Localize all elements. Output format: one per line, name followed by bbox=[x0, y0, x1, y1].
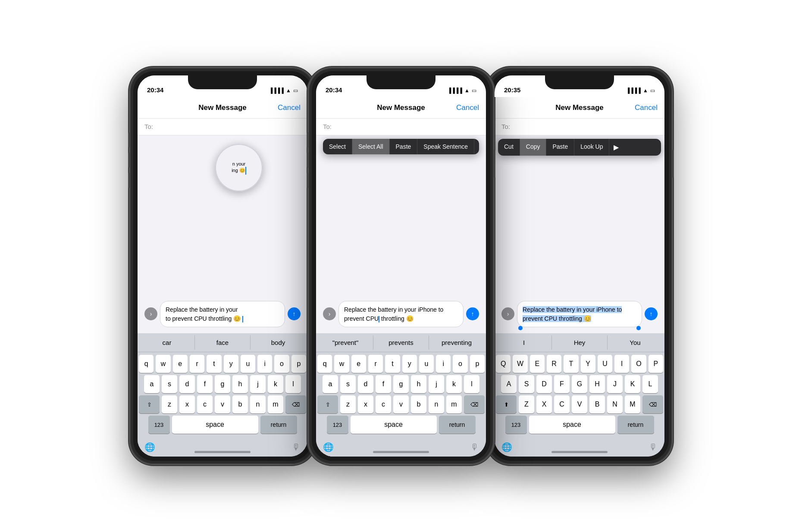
context-select-2[interactable]: Select bbox=[323, 139, 352, 154]
key-T-3[interactable]: T bbox=[564, 355, 578, 373]
key-g-2[interactable]: g bbox=[393, 375, 409, 393]
suggestion-1-1[interactable]: car bbox=[139, 335, 194, 350]
key-m-1[interactable]: m bbox=[268, 395, 283, 413]
key-f-1[interactable]: f bbox=[197, 375, 213, 393]
mic-icon-1[interactable]: 🎙 bbox=[292, 442, 301, 452]
expand-button-3[interactable]: › bbox=[501, 307, 514, 320]
key-I-3[interactable]: I bbox=[614, 355, 629, 373]
suggestion-3-1[interactable]: I bbox=[496, 335, 551, 350]
key-G-3[interactable]: G bbox=[572, 375, 587, 393]
message-area-1[interactable]: n youring 😊 › Replace the battery in you… bbox=[138, 135, 307, 333]
mic-icon-2[interactable]: 🎙 bbox=[470, 442, 479, 452]
key-h-2[interactable]: h bbox=[411, 375, 426, 393]
globe-icon-2[interactable]: 🌐 bbox=[323, 442, 334, 452]
key-w-2[interactable]: w bbox=[334, 355, 349, 373]
key-t-1[interactable]: t bbox=[207, 355, 221, 373]
globe-icon-1[interactable]: 🌐 bbox=[144, 442, 155, 452]
suggestion-2-3[interactable]: preventing bbox=[429, 335, 484, 350]
key-C-3[interactable]: C bbox=[554, 395, 570, 413]
key-s-2[interactable]: s bbox=[340, 375, 356, 393]
key-p-1[interactable]: p bbox=[291, 355, 306, 373]
key-N-3[interactable]: N bbox=[607, 395, 623, 413]
suggestion-1-3[interactable]: body bbox=[250, 335, 306, 350]
key-E-3[interactable]: E bbox=[530, 355, 545, 373]
cancel-button-3[interactable]: Cancel bbox=[635, 103, 658, 112]
context-lookup-3[interactable]: Look Up bbox=[574, 139, 609, 156]
space-key-1[interactable]: space bbox=[172, 416, 258, 434]
key-e-2[interactable]: e bbox=[351, 355, 366, 373]
return-key-2[interactable]: return bbox=[439, 416, 476, 434]
key-Y-3[interactable]: Y bbox=[581, 355, 595, 373]
key-W-3[interactable]: W bbox=[513, 355, 527, 373]
to-field-1[interactable]: To: bbox=[138, 119, 307, 135]
expand-button-2[interactable]: › bbox=[323, 307, 336, 320]
context-copy-3[interactable]: Copy bbox=[520, 139, 547, 156]
key-L-3[interactable]: L bbox=[642, 375, 658, 393]
key-l-2[interactable]: l bbox=[464, 375, 479, 393]
key-i-1[interactable]: i bbox=[257, 355, 272, 373]
key-x-1[interactable]: x bbox=[179, 395, 195, 413]
key-k-1[interactable]: k bbox=[268, 375, 283, 393]
suggestion-3-3[interactable]: You bbox=[607, 335, 663, 350]
delete-key-2[interactable]: ⌫ bbox=[464, 395, 485, 413]
key-d-2[interactable]: d bbox=[358, 375, 373, 393]
context-paste-2[interactable]: Paste bbox=[390, 139, 418, 154]
num-key-1[interactable]: 123 bbox=[148, 416, 170, 434]
shift-key-1[interactable]: ⇧ bbox=[139, 395, 160, 413]
return-key-3[interactable]: return bbox=[617, 416, 654, 434]
context-select-all-2[interactable]: Select All bbox=[352, 139, 390, 154]
key-o-1[interactable]: o bbox=[274, 355, 289, 373]
key-n-1[interactable]: n bbox=[250, 395, 266, 413]
key-y-1[interactable]: y bbox=[224, 355, 238, 373]
key-O-3[interactable]: O bbox=[631, 355, 646, 373]
key-y-2[interactable]: y bbox=[402, 355, 417, 373]
key-o-2[interactable]: o bbox=[453, 355, 467, 373]
key-z-2[interactable]: z bbox=[340, 395, 356, 413]
space-key-3[interactable]: space bbox=[529, 416, 615, 434]
key-u-2[interactable]: u bbox=[419, 355, 434, 373]
key-a-1[interactable]: a bbox=[144, 375, 160, 393]
return-key-1[interactable]: return bbox=[260, 416, 297, 434]
key-X-3[interactable]: X bbox=[536, 395, 552, 413]
key-a-2[interactable]: a bbox=[323, 375, 338, 393]
key-r-1[interactable]: r bbox=[190, 355, 204, 373]
context-more-3[interactable]: ▶ bbox=[609, 139, 623, 156]
key-t-2[interactable]: t bbox=[385, 355, 400, 373]
send-button-1[interactable]: ↑ bbox=[288, 307, 301, 320]
key-d-1[interactable]: d bbox=[179, 375, 195, 393]
key-Z-3[interactable]: Z bbox=[519, 395, 534, 413]
key-k-2[interactable]: k bbox=[446, 375, 462, 393]
key-l-1[interactable]: l bbox=[285, 375, 301, 393]
key-P-3[interactable]: P bbox=[648, 355, 663, 373]
cancel-button-1[interactable]: Cancel bbox=[278, 103, 301, 112]
message-area-3[interactable]: Cut Copy Paste Look Up ▶ › bbox=[495, 135, 664, 333]
key-s-1[interactable]: s bbox=[162, 375, 177, 393]
context-cut-3[interactable]: Cut bbox=[498, 139, 520, 156]
compose-input-1[interactable]: Replace the battery in yourto prevent CP… bbox=[160, 301, 285, 327]
key-g-1[interactable]: g bbox=[215, 375, 230, 393]
to-field-2[interactable]: To: bbox=[316, 119, 486, 135]
space-key-2[interactable]: space bbox=[351, 416, 437, 434]
key-m-2[interactable]: m bbox=[446, 395, 462, 413]
key-u-1[interactable]: u bbox=[241, 355, 255, 373]
suggestion-3-2[interactable]: Hey bbox=[551, 335, 607, 350]
expand-button-1[interactable]: › bbox=[144, 307, 157, 320]
send-button-2[interactable]: ↑ bbox=[466, 307, 479, 320]
suggestion-2-2[interactable]: prevents bbox=[373, 335, 429, 350]
key-q-2[interactable]: q bbox=[317, 355, 332, 373]
key-A-3[interactable]: A bbox=[501, 375, 517, 393]
key-R-3[interactable]: R bbox=[547, 355, 561, 373]
compose-input-2[interactable]: Replace the battery in your iPhone to pr… bbox=[338, 301, 464, 327]
suggestion-2-1[interactable]: "prevent" bbox=[318, 335, 373, 350]
key-q-1[interactable]: q bbox=[139, 355, 154, 373]
suggestion-1-2[interactable]: face bbox=[194, 335, 250, 350]
shift-key-3[interactable]: ⬆ bbox=[496, 395, 517, 413]
key-b-1[interactable]: b bbox=[232, 395, 248, 413]
delete-key-1[interactable]: ⌫ bbox=[285, 395, 306, 413]
key-S-3[interactable]: S bbox=[519, 375, 534, 393]
num-key-2[interactable]: 123 bbox=[327, 416, 348, 434]
key-J-3[interactable]: J bbox=[607, 375, 623, 393]
compose-input-3[interactable]: Replace the battery in your iPhone to pr… bbox=[517, 301, 642, 327]
context-paste-3[interactable]: Paste bbox=[546, 139, 574, 156]
key-Q-3[interactable]: Q bbox=[496, 355, 511, 373]
